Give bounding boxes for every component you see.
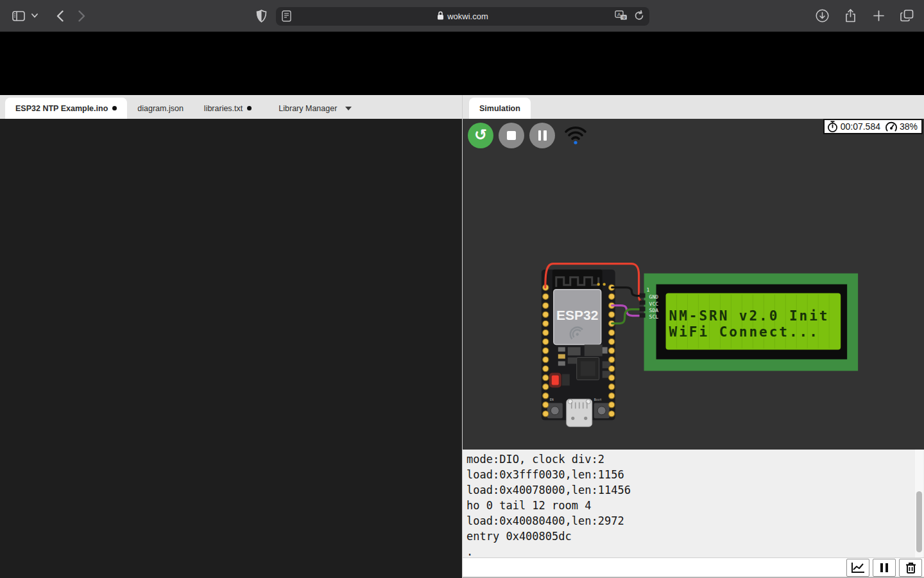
en-button[interactable]: [547, 403, 563, 418]
share-icon[interactable]: [841, 6, 860, 26]
lcd-pin-gnd-label: GND: [649, 294, 659, 300]
tab-overview-icon[interactable]: [897, 6, 916, 26]
serial-line: load:0x40080400,len:2972: [466, 513, 911, 529]
serial-line: load:0x3fff0030,len:1156: [466, 467, 911, 482]
page-top-gap: [0, 32, 924, 95]
serial-toolbar: [463, 557, 924, 578]
downloads-icon[interactable]: [812, 6, 832, 26]
restart-button[interactable]: ↺: [468, 123, 493, 148]
simulation-canvas[interactable]: ESP32: [463, 119, 924, 450]
lcd-line-1: NM-SRN v2.0 Init: [669, 308, 830, 324]
lcd-line-2: WiFi Connect...: [669, 324, 819, 340]
serial-scrollbar-thumb[interactable]: [916, 491, 922, 552]
code-editor[interactable]: [0, 119, 462, 578]
lock-icon: [437, 11, 444, 22]
gauge-icon: [886, 121, 897, 132]
tab-label: ESP32 NTP Example.ino: [15, 104, 108, 113]
simulation-pane: Simulation ESP32: [462, 95, 924, 578]
en-button-label: EN: [550, 398, 554, 401]
tab-label: Library Manager: [278, 104, 337, 113]
forward-icon[interactable]: [72, 6, 91, 26]
lcd-pin1-label: 1: [647, 287, 650, 293]
tab-esp32-ntp-example[interactable]: ESP32 NTP Example.ino: [5, 98, 127, 119]
serial-monitor[interactable]: mode:DIO, clock div:2 load:0x3fff0030,le…: [463, 450, 924, 557]
editor-pane: ESP32 NTP Example.ino diagram.json libra…: [0, 95, 462, 578]
stop-button[interactable]: [499, 123, 524, 148]
editor-tabbar: ESP32 NTP Example.ino diagram.json libra…: [0, 95, 462, 119]
esp32-board[interactable]: ESP32: [542, 270, 615, 427]
trash-icon: [905, 562, 916, 574]
esp32-chip-label: ESP32: [556, 308, 598, 322]
tab-simulation[interactable]: Simulation: [469, 98, 531, 119]
chart-icon: [851, 562, 865, 574]
sidebar-icon[interactable]: [9, 6, 28, 26]
new-tab-icon[interactable]: [869, 6, 888, 26]
pause-icon: [880, 563, 889, 573]
tab-library-manager[interactable]: Library Manager: [268, 98, 362, 119]
stopwatch-icon: [827, 121, 838, 132]
serial-line: mode:DIO, clock div:2: [466, 451, 911, 467]
serial-clear-button[interactable]: [899, 559, 922, 577]
pause-icon: [538, 130, 547, 141]
address-bar[interactable]: wokwi.com A文: [276, 7, 649, 26]
simulation-controls: ↺: [468, 123, 587, 148]
usb-connector: [567, 399, 592, 426]
serial-plotter-button[interactable]: [846, 559, 869, 577]
serial-line: .: [466, 544, 911, 557]
modified-dot-icon: [247, 106, 252, 110]
tab-label: Simulation: [479, 104, 520, 113]
stop-icon: [507, 131, 516, 140]
simulation-stats: 00:07.584 38%: [823, 119, 923, 134]
sim-time: 00:07.584: [841, 121, 880, 132]
modified-dot-icon: [112, 106, 117, 110]
serial-line: ho 0 tail 12 room 4: [466, 498, 911, 513]
wifi-status-icon[interactable]: [564, 124, 587, 147]
boot-button-label: Boot: [594, 398, 602, 401]
reader-icon[interactable]: [282, 10, 291, 24]
tab-label: diagram.json: [137, 104, 184, 113]
lcd-pin-sda-label: SDA: [649, 308, 659, 313]
serial-scrollbar[interactable]: [915, 450, 923, 557]
chevron-down-icon[interactable]: [28, 6, 41, 26]
serial-line: entry 0x400805dc: [466, 529, 911, 544]
pause-button[interactable]: [529, 123, 555, 148]
lcd-display[interactable]: NM-SRN v2.0 Init WiFi Connect... 1 GND V…: [640, 274, 859, 371]
tab-label: libraries.txt: [204, 104, 243, 113]
circuit-scene: ESP32: [463, 119, 924, 449]
url-text: wokwi.com: [447, 12, 488, 21]
serial-line: load:0x40078000,len:11456: [466, 482, 911, 498]
lcd-pin-vcc-label: VCC: [649, 301, 659, 307]
browser-toolbar: wokwi.com A文: [0, 0, 924, 32]
back-icon[interactable]: [50, 6, 69, 26]
cpu-load: 38%: [900, 121, 918, 132]
svg-text:文: 文: [622, 15, 627, 20]
reload-icon[interactable]: [634, 10, 644, 23]
restart-icon: ↺: [474, 127, 487, 143]
tab-libraries-txt[interactable]: libraries.txt: [194, 98, 262, 119]
simulation-tabbar: Simulation: [463, 95, 924, 119]
lcd-pin-scl-label: SCL: [649, 314, 659, 320]
power-led: [552, 375, 559, 385]
tab-diagram-json[interactable]: diagram.json: [127, 98, 194, 119]
serial-pause-button[interactable]: [873, 559, 896, 577]
privacy-shield-icon[interactable]: [252, 6, 271, 26]
translate-icon[interactable]: A文: [615, 10, 628, 23]
boot-button[interactable]: [594, 403, 610, 418]
dropdown-caret-icon: [345, 107, 352, 110]
